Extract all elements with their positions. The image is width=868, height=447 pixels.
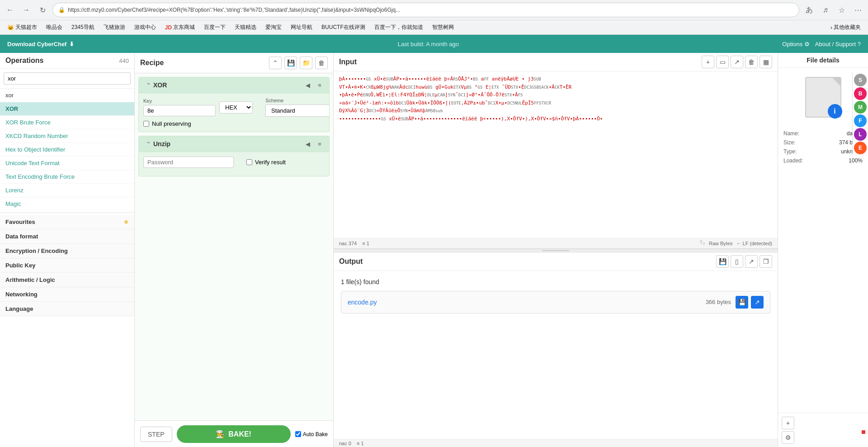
auto-bake-checkbox[interactable] xyxy=(295,431,301,437)
bookmark-tianmao2[interactable]: 天猫精选 xyxy=(231,23,260,32)
avatar-m[interactable]: M xyxy=(854,101,867,114)
xor-disable-button[interactable]: ◀ xyxy=(303,80,313,90)
file-save-button[interactable]: 💾 xyxy=(736,296,748,309)
bookmark-2345[interactable]: 2345导航 xyxy=(68,23,98,32)
input-delete-button[interactable]: 🗑 xyxy=(745,56,758,68)
address-bar[interactable]: 🔒 https://ctf.mzy0.com/CyberChef3/#recip… xyxy=(52,3,799,17)
panel-divider xyxy=(334,249,778,252)
input-content[interactable]: þÀ•••••••GS xÜ•èSUBÂP••ã••••••ëïáéë þ÷ÂR… xyxy=(334,71,778,238)
recipe-panel: Recipe ⌃ 💾 📁 🗑 ⌃ XOR ◀ ≡ xyxy=(135,53,334,447)
recipe-title: Recipe xyxy=(140,59,269,67)
bake-button[interactable]: 👨‍🍳 BAKE! xyxy=(177,425,291,443)
back-button[interactable]: ← xyxy=(4,4,16,16)
read-aloud-button[interactable]: ♬ xyxy=(819,4,832,16)
category-encryption[interactable]: Encryption / Encoding xyxy=(0,244,134,258)
refresh-button[interactable]: ↻ xyxy=(36,4,49,16)
output-status-bar: nac 0 ≡ 1 xyxy=(334,439,778,447)
app-body: Operations 440 xor XOR XOR Brute Force X… xyxy=(0,53,868,447)
bookmark-feizhu[interactable]: 飞猪旅游 xyxy=(100,23,129,32)
bookmark-games[interactable]: 游戏中心 xyxy=(131,23,160,32)
menu-button[interactable]: ⋯ xyxy=(852,4,864,16)
about-link[interactable]: About / Support ? xyxy=(815,41,861,48)
xor-key-input[interactable] xyxy=(143,105,216,116)
unzip-verify-checkbox[interactable] xyxy=(246,159,252,165)
bookmark-buuctf[interactable]: BUUCTF在线评测 xyxy=(318,23,369,32)
xor-collapse-button[interactable]: ⌃ xyxy=(143,80,153,90)
unzip-disable-button[interactable]: ◀ xyxy=(303,139,313,149)
file-size: 366 bytes xyxy=(706,299,731,305)
bookmark-button[interactable]: ☆ xyxy=(835,4,848,16)
bookmark-taobao[interactable]: 爱淘宝 xyxy=(262,23,285,32)
bookmark-zhihuishu[interactable]: 智慧树网 xyxy=(429,23,458,32)
output-expand-button[interactable]: ❐ xyxy=(760,255,772,268)
download-button[interactable]: Download CyberChef ⬇ xyxy=(7,41,74,48)
bookmark-baidu[interactable]: 百度一下 xyxy=(200,23,229,32)
input-add-button[interactable]: + xyxy=(702,56,714,68)
op-item-hex-oid[interactable]: Hex to Object Identifier xyxy=(0,143,134,157)
op-item-xor-active[interactable]: XOR xyxy=(0,102,134,116)
avatar-b[interactable]: B xyxy=(854,87,867,100)
op-item-xkcd[interactable]: XKCD Random Number xyxy=(0,129,134,143)
unzip-op-actions: ◀ ≡ xyxy=(303,139,325,149)
output-panel: Output 💾 ▯ ↗ ❐ 1 file(s) found encode.py… xyxy=(334,252,778,447)
recipe-folder-button[interactable]: 📁 xyxy=(300,57,312,69)
input-panel-header: Input + ▭ ↗ 🗑 ▦ xyxy=(334,53,778,71)
unzip-password-input[interactable] xyxy=(143,157,234,168)
avatar-f[interactable]: F xyxy=(854,114,867,127)
xor-null-preserving-checkbox[interactable] xyxy=(143,121,149,127)
options-link[interactable]: Options ⚙ xyxy=(782,41,809,48)
translate-button[interactable]: あ xyxy=(803,4,816,16)
category-data-format[interactable]: Data format xyxy=(0,229,134,244)
avatar-l[interactable]: L xyxy=(854,128,867,141)
search-input[interactable] xyxy=(4,72,131,85)
forward-button[interactable]: → xyxy=(20,4,33,16)
category-arithmetic[interactable]: Arithmetic / Logic xyxy=(0,273,134,287)
sidebar-add-button[interactable]: + xyxy=(782,417,794,429)
input-grid-button[interactable]: ▦ xyxy=(760,56,772,68)
bookmark-more[interactable]: › 其他收藏夹 xyxy=(827,23,864,32)
xor-drag-button[interactable]: ≡ xyxy=(315,80,325,90)
avatar-e[interactable]: E xyxy=(854,142,867,154)
op-item-xor-bruteforce[interactable]: XOR Brute Force xyxy=(0,116,134,129)
file-actions: 💾 ↗ xyxy=(736,296,764,309)
step-button[interactable]: STEP xyxy=(140,427,172,442)
input-panel: Input + ▭ ↗ 🗑 ▦ þÀ•••••••GS xÜ•èSUBÂP••ã… xyxy=(334,53,778,249)
recipe-delete-button[interactable]: 🗑 xyxy=(315,57,328,69)
bookmark-baidu2[interactable]: 百度一下，你就知道 xyxy=(371,23,427,32)
output-copy-button[interactable]: ▯ xyxy=(731,255,743,268)
bookmark-jd[interactable]: JD 京东商城 xyxy=(161,23,198,32)
avatar-s[interactable]: S xyxy=(854,74,867,86)
op-item-unicode[interactable]: Unicode Text Format xyxy=(0,157,134,170)
xor-op-body: Key HEX UTF8 Latin1 Scheme xyxy=(139,93,329,132)
xor-scheme-select[interactable]: Standard Input differential Output diffe… xyxy=(265,105,330,117)
op-item-magic[interactable]: Magic xyxy=(0,197,134,211)
file-loaded-row: Loaded: 100% xyxy=(783,157,863,164)
category-networking[interactable]: Networking xyxy=(0,287,134,302)
file-extract-button[interactable]: ↗ xyxy=(751,296,764,309)
xor-format-select[interactable]: HEX UTF8 Latin1 xyxy=(219,101,253,114)
input-expand-button[interactable]: ▭ xyxy=(716,56,729,68)
op-item-xor-plain[interactable]: xor xyxy=(0,89,134,102)
recipe-expand-button[interactable]: ⌃ xyxy=(269,57,282,69)
bookmark-wangzhi[interactable]: 网址导航 xyxy=(287,23,316,32)
chef-icon: 👨‍🍳 xyxy=(216,430,225,438)
recipe-footer: STEP 👨‍🍳 BAKE! Auto Bake xyxy=(135,420,333,447)
output-to-input-button[interactable]: ↗ xyxy=(745,255,758,268)
unzip-collapse-button[interactable]: ⌃ xyxy=(143,139,153,149)
unzip-drag-button[interactable]: ≡ xyxy=(315,139,325,149)
unzip-op-title: Unzip xyxy=(153,140,303,147)
sidebar-settings-button[interactable]: ⚙ xyxy=(782,431,794,444)
op-item-text-encoding[interactable]: Text Encoding Brute Force xyxy=(0,170,134,184)
output-save-button[interactable]: 💾 xyxy=(716,255,729,268)
xor-null-preserving-label: Null preserving xyxy=(152,120,191,127)
recipe-save-button[interactable]: 💾 xyxy=(284,57,297,69)
category-language[interactable]: Language xyxy=(0,302,134,316)
file-link[interactable]: encode.py xyxy=(348,299,706,306)
category-public-key[interactable]: Public Key xyxy=(0,258,134,273)
category-favourites[interactable]: Favourites ★ xyxy=(0,215,134,229)
input-open-button[interactable]: ↗ xyxy=(731,56,743,68)
bookmark-vip[interactable]: 唯品会 xyxy=(42,23,66,32)
op-item-lorenz[interactable]: Lorenz xyxy=(0,184,134,197)
output-panel-header: Output 💾 ▯ ↗ ❐ xyxy=(334,252,778,271)
bookmark-tianmao[interactable]: 🐱 天猫超市 xyxy=(4,23,41,32)
